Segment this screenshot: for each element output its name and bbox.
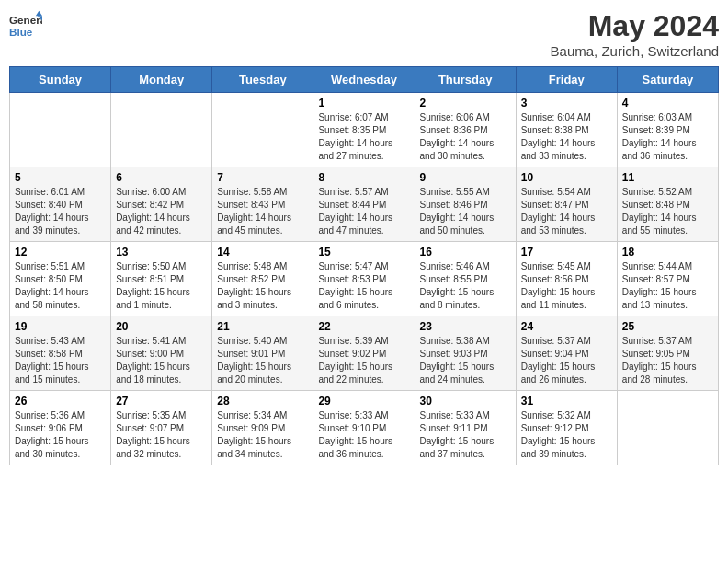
calendar-cell: 4Sunrise: 6:03 AM Sunset: 8:39 PM Daylig… <box>617 93 718 167</box>
day-number: 29 <box>318 395 409 408</box>
day-number: 28 <box>217 395 308 408</box>
calendar-cell: 14Sunrise: 5:48 AM Sunset: 8:52 PM Dayli… <box>212 242 313 316</box>
day-info: Sunrise: 6:07 AM Sunset: 8:35 PM Dayligh… <box>318 111 409 163</box>
calendar-cell: 17Sunrise: 5:45 AM Sunset: 8:56 PM Dayli… <box>516 242 617 316</box>
calendar-cell: 2Sunrise: 6:06 AM Sunset: 8:36 PM Daylig… <box>415 93 516 167</box>
day-info: Sunrise: 5:55 AM Sunset: 8:46 PM Dayligh… <box>420 186 511 237</box>
day-info: Sunrise: 5:57 AM Sunset: 8:44 PM Dayligh… <box>318 186 409 237</box>
calendar-cell: 12Sunrise: 5:51 AM Sunset: 8:50 PM Dayli… <box>10 242 111 316</box>
day-number: 8 <box>318 171 409 184</box>
calendar-cell: 15Sunrise: 5:47 AM Sunset: 8:53 PM Dayli… <box>313 242 415 316</box>
calendar-cell: 10Sunrise: 5:54 AM Sunset: 8:47 PM Dayli… <box>516 167 617 242</box>
calendar-cell <box>10 93 111 167</box>
day-info: Sunrise: 5:40 AM Sunset: 9:01 PM Dayligh… <box>217 335 308 386</box>
day-info: Sunrise: 5:41 AM Sunset: 9:00 PM Dayligh… <box>116 335 207 386</box>
day-info: Sunrise: 5:50 AM Sunset: 8:51 PM Dayligh… <box>116 260 207 312</box>
day-number: 15 <box>318 246 409 259</box>
calendar-week-row: 5Sunrise: 6:01 AM Sunset: 8:40 PM Daylig… <box>10 167 719 242</box>
day-info: Sunrise: 5:47 AM Sunset: 8:53 PM Dayligh… <box>318 260 409 312</box>
calendar-cell: 5Sunrise: 6:01 AM Sunset: 8:40 PM Daylig… <box>10 167 111 242</box>
day-number: 26 <box>15 395 106 408</box>
day-info: Sunrise: 5:48 AM Sunset: 8:52 PM Dayligh… <box>217 260 308 312</box>
calendar-week-row: 26Sunrise: 5:36 AM Sunset: 9:06 PM Dayli… <box>10 391 719 465</box>
calendar-cell: 21Sunrise: 5:40 AM Sunset: 9:01 PM Dayli… <box>212 316 313 391</box>
day-info: Sunrise: 5:39 AM Sunset: 9:02 PM Dayligh… <box>318 335 409 386</box>
day-info: Sunrise: 5:43 AM Sunset: 8:58 PM Dayligh… <box>15 335 106 386</box>
day-info: Sunrise: 5:37 AM Sunset: 9:04 PM Dayligh… <box>521 335 612 386</box>
calendar-cell: 18Sunrise: 5:44 AM Sunset: 8:57 PM Dayli… <box>617 242 718 316</box>
day-number: 3 <box>521 97 612 109</box>
day-number: 19 <box>15 320 106 333</box>
day-number: 22 <box>318 320 409 333</box>
weekday-header-sunday: Sunday <box>10 67 111 93</box>
day-number: 2 <box>420 97 511 109</box>
day-info: Sunrise: 5:33 AM Sunset: 9:10 PM Dayligh… <box>318 409 409 461</box>
day-number: 10 <box>521 171 612 184</box>
day-info: Sunrise: 6:04 AM Sunset: 8:38 PM Dayligh… <box>521 111 612 163</box>
calendar-table: SundayMondayTuesdayWednesdayThursdayFrid… <box>9 66 719 465</box>
calendar-cell: 7Sunrise: 5:58 AM Sunset: 8:43 PM Daylig… <box>212 167 313 242</box>
location: Bauma, Zurich, Switzerland <box>551 43 719 59</box>
calendar-cell: 25Sunrise: 5:37 AM Sunset: 9:05 PM Dayli… <box>617 316 718 391</box>
calendar-cell: 11Sunrise: 5:52 AM Sunset: 8:48 PM Dayli… <box>617 167 718 242</box>
day-number: 18 <box>622 246 713 259</box>
day-number: 27 <box>116 395 207 408</box>
calendar-cell: 27Sunrise: 5:35 AM Sunset: 9:07 PM Dayli… <box>111 391 212 465</box>
calendar-cell <box>111 93 212 167</box>
day-info: Sunrise: 5:37 AM Sunset: 9:05 PM Dayligh… <box>622 335 713 386</box>
calendar-cell <box>212 93 313 167</box>
day-info: Sunrise: 6:03 AM Sunset: 8:39 PM Dayligh… <box>622 111 713 163</box>
calendar-week-row: 19Sunrise: 5:43 AM Sunset: 8:58 PM Dayli… <box>10 316 719 391</box>
weekday-header-tuesday: Tuesday <box>212 67 313 93</box>
day-number: 11 <box>622 171 713 184</box>
month-year: May 2024 <box>551 9 719 43</box>
calendar-week-row: 12Sunrise: 5:51 AM Sunset: 8:50 PM Dayli… <box>10 242 719 316</box>
day-info: Sunrise: 6:00 AM Sunset: 8:42 PM Dayligh… <box>116 186 207 237</box>
calendar-cell: 23Sunrise: 5:38 AM Sunset: 9:03 PM Dayli… <box>415 316 516 391</box>
day-number: 9 <box>420 171 511 184</box>
title-block: May 2024 Bauma, Zurich, Switzerland <box>551 9 719 59</box>
page-header: General Blue May 2024 Bauma, Zurich, Swi… <box>9 9 719 59</box>
calendar-cell <box>617 391 718 465</box>
day-info: Sunrise: 5:51 AM Sunset: 8:50 PM Dayligh… <box>15 260 106 312</box>
weekday-header-wednesday: Wednesday <box>313 67 415 93</box>
day-number: 16 <box>420 246 511 259</box>
calendar-cell: 16Sunrise: 5:46 AM Sunset: 8:55 PM Dayli… <box>415 242 516 316</box>
day-number: 30 <box>420 395 511 408</box>
calendar-cell: 19Sunrise: 5:43 AM Sunset: 8:58 PM Dayli… <box>10 316 111 391</box>
day-number: 23 <box>420 320 511 333</box>
day-info: Sunrise: 5:46 AM Sunset: 8:55 PM Dayligh… <box>420 260 511 312</box>
day-info: Sunrise: 5:35 AM Sunset: 9:07 PM Dayligh… <box>116 409 207 461</box>
calendar-cell: 20Sunrise: 5:41 AM Sunset: 9:00 PM Dayli… <box>111 316 212 391</box>
day-info: Sunrise: 5:54 AM Sunset: 8:47 PM Dayligh… <box>521 186 612 237</box>
day-number: 4 <box>622 97 713 109</box>
calendar-cell: 28Sunrise: 5:34 AM Sunset: 9:09 PM Dayli… <box>212 391 313 465</box>
day-number: 14 <box>217 246 308 259</box>
weekday-header-row: SundayMondayTuesdayWednesdayThursdayFrid… <box>10 67 719 93</box>
svg-text:Blue: Blue <box>9 26 33 38</box>
day-number: 31 <box>521 395 612 408</box>
logo: General Blue <box>9 9 42 42</box>
day-info: Sunrise: 5:32 AM Sunset: 9:12 PM Dayligh… <box>521 409 612 461</box>
day-number: 5 <box>15 171 106 184</box>
day-info: Sunrise: 5:52 AM Sunset: 8:48 PM Dayligh… <box>622 186 713 237</box>
calendar-cell: 6Sunrise: 6:00 AM Sunset: 8:42 PM Daylig… <box>111 167 212 242</box>
day-number: 21 <box>217 320 308 333</box>
weekday-header-saturday: Saturday <box>617 67 718 93</box>
calendar-cell: 24Sunrise: 5:37 AM Sunset: 9:04 PM Dayli… <box>516 316 617 391</box>
day-number: 1 <box>318 97 409 109</box>
calendar-cell: 1Sunrise: 6:07 AM Sunset: 8:35 PM Daylig… <box>313 93 415 167</box>
day-info: Sunrise: 5:33 AM Sunset: 9:11 PM Dayligh… <box>420 409 511 461</box>
weekday-header-friday: Friday <box>516 67 617 93</box>
calendar-cell: 8Sunrise: 5:57 AM Sunset: 8:44 PM Daylig… <box>313 167 415 242</box>
calendar-cell: 30Sunrise: 5:33 AM Sunset: 9:11 PM Dayli… <box>415 391 516 465</box>
day-number: 7 <box>217 171 308 184</box>
day-info: Sunrise: 5:38 AM Sunset: 9:03 PM Dayligh… <box>420 335 511 386</box>
day-info: Sunrise: 6:01 AM Sunset: 8:40 PM Dayligh… <box>15 186 106 237</box>
day-number: 12 <box>15 246 106 259</box>
day-number: 17 <box>521 246 612 259</box>
day-info: Sunrise: 5:44 AM Sunset: 8:57 PM Dayligh… <box>622 260 713 312</box>
day-info: Sunrise: 5:45 AM Sunset: 8:56 PM Dayligh… <box>521 260 612 312</box>
day-info: Sunrise: 5:36 AM Sunset: 9:06 PM Dayligh… <box>15 409 106 461</box>
day-number: 13 <box>116 246 207 259</box>
